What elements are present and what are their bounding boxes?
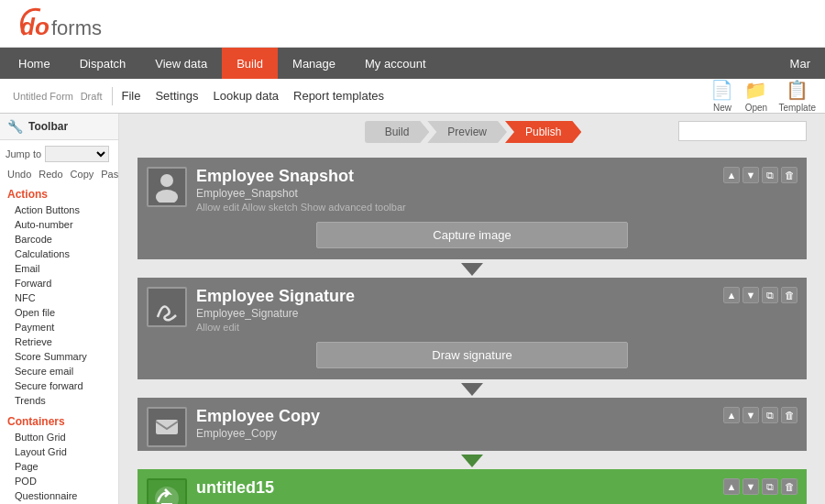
toolbar-bar: Untitled Form Draft File Settings Lookup… — [0, 79, 825, 114]
sidebar-item-barcode[interactable]: Barcode — [0, 232, 118, 247]
card-up-btn[interactable]: ▲ — [723, 407, 740, 423]
sidebar-item-action-buttons[interactable]: Action Buttons — [0, 203, 118, 217]
nav-bar: Home Dispatch View data Build Manage My … — [0, 48, 825, 79]
tab-publish[interactable]: Publish — [505, 121, 581, 143]
nav-viewdata[interactable]: View data — [140, 48, 222, 79]
submit-icon — [147, 478, 187, 504]
employee-signature-card[interactable]: Employee Signature Employee_Signature Al… — [138, 278, 807, 379]
card-up-btn[interactable]: ▲ — [723, 287, 740, 303]
toolbar-separator — [112, 87, 113, 105]
sidebar-item-button-grid[interactable]: Button Grid — [0, 430, 118, 444]
untitled15-card[interactable]: untitled15 ▲ ▼ ⧉ 🗑 Submit Form — [138, 469, 807, 504]
svg-rect-4 — [156, 420, 178, 434]
sidebar-item-open-file[interactable]: Open file — [0, 305, 118, 320]
undo-btn[interactable]: Undo — [6, 168, 33, 181]
card-copy-btn[interactable]: ⧉ — [762, 407, 778, 423]
redo-btn[interactable]: Redo — [37, 168, 64, 181]
logo: do forms — [11, 5, 130, 42]
undo-row: Undo Redo Copy Paste Delete Help — [6, 168, 113, 181]
file-link[interactable]: File — [122, 89, 141, 103]
sidebar: 🔧 Toolbar Jump to Undo Redo Copy Paste D… — [0, 114, 119, 504]
card-up-btn[interactable]: ▲ — [723, 478, 740, 495]
card-controls: ▲ ▼ ⧉ 🗑 — [723, 407, 798, 423]
header: do forms — [0, 0, 825, 48]
report-templates-link[interactable]: Report templates — [293, 89, 384, 103]
card-delete-btn[interactable]: 🗑 — [781, 167, 798, 183]
form-canvas: Employee Snapshot Employee_Snapshot Allo… — [119, 148, 825, 504]
card-delete-btn[interactable]: 🗑 — [781, 478, 798, 495]
card-down-btn[interactable]: ▼ — [742, 167, 759, 183]
card-controls: ▲ ▼ ⧉ 🗑 — [723, 167, 798, 183]
tab-build[interactable]: Build — [365, 121, 430, 143]
sidebar-item-questionnaire[interactable]: Questionnaire — [0, 488, 118, 503]
jump-to-row: Jump to — [6, 146, 113, 162]
sidebar-item-page[interactable]: Page — [0, 459, 118, 474]
card-subtitle: Employee_Snapshot — [196, 187, 714, 200]
card-down-btn[interactable]: ▼ — [742, 478, 759, 495]
tab-preview[interactable]: Preview — [427, 121, 507, 143]
card-delete-btn[interactable]: 🗑 — [781, 407, 798, 423]
card-header: untitled15 ▲ ▼ ⧉ 🗑 — [138, 469, 807, 504]
card-up-btn[interactable]: ▲ — [723, 167, 740, 183]
card-title: untitled15 — [196, 478, 714, 498]
nav-manage[interactable]: Manage — [278, 48, 350, 79]
form-title-text: Untitled Form — [13, 91, 73, 102]
actions-label: Actions — [0, 184, 118, 203]
sidebar-item-auto-number[interactable]: Auto-number — [0, 217, 118, 232]
new-icon: 📄 — [710, 79, 733, 101]
sidebar-item-trends[interactable]: Trends — [0, 393, 118, 408]
copy-btn[interactable]: Copy — [69, 168, 96, 181]
template-label: Template — [778, 103, 816, 113]
card-down-btn[interactable]: ▼ — [742, 287, 759, 303]
template-button[interactable]: 📋 Template — [778, 79, 816, 113]
email-icon — [147, 407, 187, 447]
sidebar-item-layout-grid[interactable]: Layout Grid — [0, 444, 118, 459]
capture-image-button[interactable]: Capture image — [316, 222, 628, 248]
card-header: Employee Signature Employee_Signature Al… — [138, 278, 807, 336]
person-icon — [147, 167, 187, 207]
card-copy-btn[interactable]: ⧉ — [762, 478, 778, 495]
sidebar-item-retrieve[interactable]: Retrieve — [0, 334, 118, 349]
sidebar-title: Toolbar — [28, 120, 68, 133]
sidebar-item-secure-forward[interactable]: Secure forward — [0, 378, 118, 393]
employee-copy-card[interactable]: Employee Copy Employee_Copy ▲ ▼ ⧉ 🗑 — [138, 398, 807, 451]
nav-myaccount[interactable]: My account — [350, 48, 440, 79]
nav-build[interactable]: Build — [222, 48, 278, 79]
card-title: Employee Copy — [196, 407, 714, 426]
card-delete-btn[interactable]: 🗑 — [781, 287, 798, 303]
open-button[interactable]: 📁 Open — [744, 79, 767, 113]
jump-to-select[interactable] — [45, 146, 109, 162]
card-info: Employee Snapshot Employee_Snapshot Allo… — [196, 167, 714, 213]
new-button[interactable]: 📄 New — [710, 79, 733, 113]
sidebar-item-forward[interactable]: Forward — [0, 276, 118, 290]
employee-snapshot-card[interactable]: Employee Snapshot Employee_Snapshot Allo… — [138, 158, 807, 259]
lookup-data-link[interactable]: Lookup data — [213, 89, 279, 103]
build-tabs-row: Build Preview Publish — [119, 114, 825, 148]
card-header: Employee Copy Employee_Copy ▲ ▼ ⧉ 🗑 — [138, 398, 807, 451]
jump-to-label: Jump to — [6, 148, 41, 159]
sidebar-item-secure-email[interactable]: Secure email — [0, 364, 118, 378]
paste-btn[interactable]: Paste — [99, 168, 119, 181]
settings-link[interactable]: Settings — [155, 89, 198, 103]
sidebar-item-calculations[interactable]: Calculations — [0, 247, 118, 261]
card-title: Employee Signature — [196, 287, 714, 306]
card-down-btn[interactable]: ▼ — [742, 407, 759, 423]
sidebar-item-score-summary[interactable]: Score Summary — [0, 349, 118, 364]
canvas-search-input[interactable] — [678, 121, 807, 141]
card-title: Employee Snapshot — [196, 167, 714, 186]
new-label: New — [713, 103, 732, 113]
card-controls: ▲ ▼ ⧉ 🗑 — [723, 478, 798, 495]
sidebar-item-email[interactable]: Email — [0, 261, 118, 276]
card-action-row: Draw signature — [138, 336, 807, 379]
sidebar-item-nfc[interactable]: NFC — [0, 290, 118, 305]
sidebar-item-payment[interactable]: Payment — [0, 320, 118, 334]
nav-home[interactable]: Home — [4, 48, 65, 79]
nav-user: Mar — [779, 51, 821, 76]
connector-2 — [461, 383, 483, 396]
nav-dispatch[interactable]: Dispatch — [65, 48, 141, 79]
sidebar-item-pod[interactable]: POD — [0, 474, 118, 488]
draw-signature-button[interactable]: Draw signature — [316, 342, 628, 368]
connector-3 — [461, 455, 483, 467]
card-copy-btn[interactable]: ⧉ — [762, 167, 778, 183]
card-copy-btn[interactable]: ⧉ — [762, 287, 778, 303]
